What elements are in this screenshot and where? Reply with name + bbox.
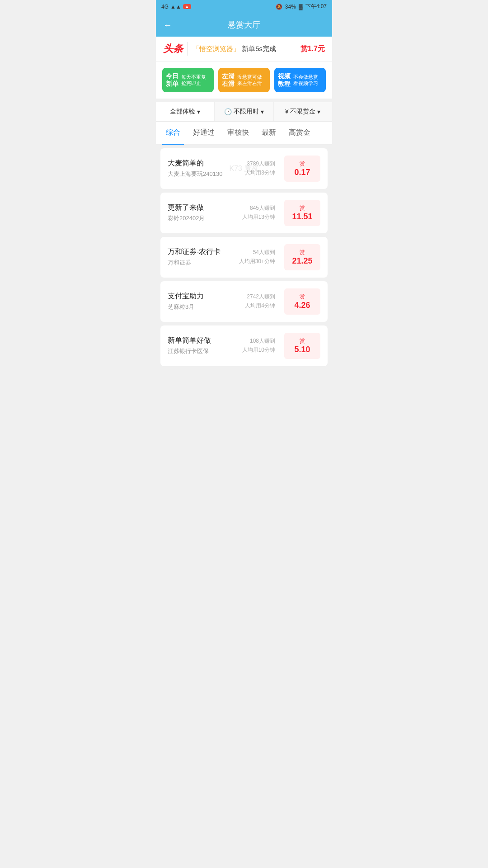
task-title: 更新了来做 [168, 203, 238, 212]
video-tutorial-label: 视频教程 [278, 72, 291, 88]
filter-time-dropdown-icon: ▾ [261, 108, 264, 115]
task-reward-label: 赏 [291, 337, 314, 345]
task-info: 支付宝助力 芝麻粒3月 [168, 292, 240, 311]
tab-fast-review[interactable]: 审核快 [221, 122, 255, 144]
task-subtitle: 江苏银行卡医保 [168, 347, 238, 355]
banner-logo: 头条 [163, 42, 183, 56]
task-title: 新单简单好做 [168, 336, 238, 345]
task-card[interactable]: 万和证券-农行卡 万和证券 54人赚到 人均用30+分钟 赏 21.25 [160, 237, 328, 278]
swipe-label: 左滑右滑 [222, 72, 235, 88]
notification-icon: ▲ [183, 4, 191, 9]
task-reward-box: 赏 11.51 [284, 200, 320, 226]
filter-time-label: 不限用时 [234, 108, 259, 116]
task-avg-time: 人均用4分钟 [245, 302, 275, 310]
task-subtitle: 芝麻粒3月 [168, 303, 240, 311]
filter-reward-label: 不限赏金 [290, 108, 315, 116]
battery-icon: ▓ [299, 4, 303, 10]
task-avg-time: 人均用30+分钟 [239, 257, 275, 266]
header: ← 悬赏大厅 [156, 13, 332, 37]
tab-easy-pass[interactable]: 好通过 [187, 122, 221, 144]
task-card[interactable]: 新单简单好做 江苏银行卡医保 108人赚到 人均用10分钟 赏 5.10 [160, 326, 328, 366]
task-card[interactable]: 支付宝助力 芝麻粒3月 2742人赚到 人均用4分钟 赏 4.26 [160, 281, 328, 322]
filter-time[interactable]: 🕐 不限用时 ▾ [215, 102, 273, 121]
task-stats: 54人赚到 人均用30+分钟 [239, 248, 275, 265]
task-title: 大麦简单的 [168, 159, 240, 168]
wifi-icon: ▲▲ [170, 4, 181, 10]
today-new-label: 今日新单 [166, 72, 178, 88]
banner-text: 「悟空浏览器」 新单5s完成 [192, 45, 296, 53]
task-reward-box: 赏 0.17 [284, 156, 320, 182]
mute-icon: 🔕 [276, 4, 282, 10]
filter-experience-label: 全部体验 [170, 108, 195, 116]
task-stats: 845人赚到 人均用13分钟 [242, 204, 275, 221]
task-stats: 2742人赚到 人均用4分钟 [245, 292, 275, 310]
signal-icon: 4G [161, 4, 169, 10]
task-subtitle: 万和证券 [168, 259, 235, 267]
task-earn-count: 3789人赚到 [245, 160, 275, 168]
banner[interactable]: 头条 「悟空浏览器」 新单5s完成 赏1.7元 [156, 37, 332, 61]
today-new-button[interactable]: 今日新单 每天不重复抢完即止 [162, 68, 214, 92]
task-reward-amount: 5.10 [291, 345, 314, 354]
task-reward-label: 赏 [291, 160, 314, 168]
yen-icon: ¥ [285, 108, 288, 115]
back-button[interactable]: ← [163, 20, 172, 30]
task-reward-amount: 21.25 [291, 256, 314, 266]
video-tutorial-desc: 不会做悬赏看视频学习 [293, 74, 318, 87]
swipe-button[interactable]: 左滑右滑 没悬赏可做来左滑右滑 [218, 68, 270, 92]
task-info: 更新了来做 彩铃202402月 [168, 203, 238, 222]
task-reward-label: 赏 [291, 293, 314, 301]
status-left: 4G ▲▲ ▲ [161, 4, 191, 10]
tab-newest[interactable]: 最新 [255, 122, 282, 144]
tab-comprehensive[interactable]: 综合 [160, 122, 187, 144]
task-reward-box: 赏 5.10 [284, 333, 320, 359]
clock-icon: 🕐 [224, 108, 232, 115]
filters: 全部体验 ▾ 🕐 不限用时 ▾ ¥ 不限赏金 ▾ [156, 102, 332, 122]
task-earn-count: 845人赚到 [242, 204, 275, 212]
tabs: 综合 好通过 审核快 最新 高赏金 [156, 122, 332, 145]
status-right: 🔕 34% ▓ 下午4:07 [276, 3, 327, 10]
task-reward-amount: 11.51 [291, 212, 314, 222]
task-list: 大麦简单的 大麦上海要玩240130 3789人赚到 人均用3分钟 赏 0.17… [156, 145, 332, 370]
filter-experience[interactable]: 全部体验 ▾ [156, 102, 215, 121]
page-title: 悬赏大厅 [228, 19, 260, 30]
battery-text: 34% [285, 4, 296, 10]
task-reward-label: 赏 [291, 249, 314, 256]
task-earn-count: 2742人赚到 [245, 292, 275, 301]
task-info: 万和证券-农行卡 万和证券 [168, 247, 235, 267]
task-earn-count: 54人赚到 [239, 248, 275, 257]
swipe-desc: 没悬赏可做来左滑右滑 [237, 74, 262, 87]
task-reward-amount: 0.17 [291, 168, 314, 177]
task-reward-box: 赏 4.26 [284, 288, 320, 315]
time-text: 下午4:07 [305, 3, 327, 10]
task-stats: 108人赚到 人均用10分钟 [242, 337, 275, 354]
task-info: 新单简单好做 江苏银行卡医保 [168, 336, 238, 355]
task-subtitle: 彩铃202402月 [168, 214, 238, 222]
task-reward-box: 赏 21.25 [284, 244, 320, 270]
banner-reward: 赏1.7元 [300, 44, 325, 54]
task-subtitle: 大麦上海要玩240130 [168, 170, 240, 178]
filter-experience-dropdown-icon: ▾ [197, 108, 200, 115]
task-title: 万和证券-农行卡 [168, 247, 235, 257]
task-stats: 3789人赚到 人均用3分钟 [245, 160, 275, 177]
quick-buttons: 今日新单 每天不重复抢完即止 左滑右滑 没悬赏可做来左滑右滑 视频教程 不会做悬… [156, 61, 332, 99]
task-avg-time: 人均用13分钟 [242, 213, 275, 222]
task-earn-count: 108人赚到 [242, 337, 275, 345]
filter-reward-dropdown-icon: ▾ [317, 108, 320, 115]
banner-divider [188, 42, 188, 56]
task-info: 大麦简单的 大麦上海要玩240130 [168, 159, 240, 178]
task-avg-time: 人均用3分钟 [245, 169, 275, 177]
today-new-desc: 每天不重复抢完即止 [181, 74, 206, 87]
task-reward-label: 赏 [291, 204, 314, 212]
tab-high-reward[interactable]: 高赏金 [282, 122, 317, 144]
video-tutorial-button[interactable]: 视频教程 不会做悬赏看视频学习 [274, 68, 326, 92]
filter-reward[interactable]: ¥ 不限赏金 ▾ [274, 102, 332, 121]
task-title: 支付宝助力 [168, 292, 240, 301]
task-avg-time: 人均用10分钟 [242, 346, 275, 354]
task-reward-amount: 4.26 [291, 301, 314, 310]
task-card[interactable]: 更新了来做 彩铃202402月 845人赚到 人均用13分钟 赏 11.51 [160, 193, 328, 233]
status-bar: 4G ▲▲ ▲ 🔕 34% ▓ 下午4:07 [156, 0, 332, 13]
task-card[interactable]: 大麦简单的 大麦上海要玩240130 3789人赚到 人均用3分钟 赏 0.17… [160, 148, 328, 189]
